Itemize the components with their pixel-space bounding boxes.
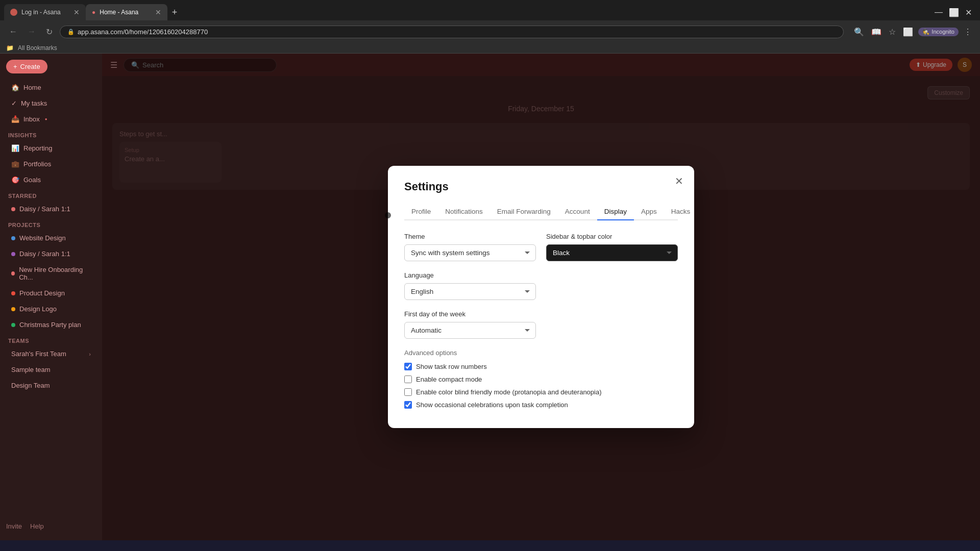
tab-notifications[interactable]: Notifications [438, 204, 490, 220]
bookmarks-bar: 📁 All Bookmarks [0, 43, 980, 54]
goals-icon: 🎯 [11, 176, 19, 184]
bookmark-button[interactable]: ☆ [887, 25, 898, 39]
sidebar-item-daisy-sarah-1-1[interactable]: Daisy / Sarah 1:1 [3, 246, 99, 261]
language-row: Language English French German Spanish [404, 271, 678, 300]
christmas-label: Christmas Party plan [19, 321, 81, 329]
language-select[interactable]: English French German Spanish [404, 283, 536, 300]
home-label: Home [23, 84, 41, 91]
invite-button[interactable]: Invite [6, 522, 22, 530]
inbox-badge: ● [45, 117, 47, 121]
sidebar-item-new-hire[interactable]: New Hire Onboarding Ch... [3, 262, 99, 285]
sample-team-label: Sample team [11, 366, 51, 373]
tab-account[interactable]: Account [558, 204, 597, 220]
checkbox-row-compact-mode: Enable compact mode [404, 375, 678, 383]
checkbox-task-row-numbers-label[interactable]: Show task row numbers [416, 363, 487, 370]
incognito-icon: 🕵️ [922, 29, 929, 35]
checkbox-compact-mode-label[interactable]: Enable compact mode [416, 375, 482, 383]
browser-chrome: Log in - Asana ✕ ● Home - Asana ✕ + — ⬜ … [0, 0, 980, 54]
first-day-group: First day of the week Automatic Sunday M… [404, 310, 536, 339]
sidebar-item-inbox[interactable]: 📥 Inbox ● [3, 112, 99, 127]
advanced-options-label: Advanced options [404, 349, 678, 357]
sidebar-item-sample-team[interactable]: Sample team [3, 362, 99, 377]
portfolios-label: Portfolios [23, 160, 51, 168]
address-bar[interactable]: 🔒 app.asana.com/0/home/1206160204288770 [60, 26, 844, 38]
new-hire-dot [11, 271, 15, 276]
tab-email-forwarding[interactable]: Email Forwarding [490, 204, 558, 220]
spacer-group [546, 271, 678, 300]
tab-display[interactable]: Display [597, 204, 634, 220]
settings-modal: Settings ✕ Profile Notifications Email F… [388, 166, 694, 428]
sidebar-item-design-logo[interactable]: Design Logo [3, 302, 99, 316]
checkbox-color-blind-mode[interactable] [404, 388, 412, 396]
first-day-select[interactable]: Automatic Sunday Monday Saturday [404, 322, 536, 339]
help-button[interactable]: Help [30, 522, 44, 530]
extensions-button[interactable]: ⋮ [962, 25, 974, 39]
reading-mode-button[interactable]: 📖 [869, 25, 884, 39]
reload-button[interactable]: ↻ [43, 25, 56, 39]
new-hire-label: New Hire Onboarding Ch... [19, 266, 91, 281]
checkbox-row-celebrations: Show occasional celebrations upon task c… [404, 401, 678, 409]
browser-tab-1[interactable]: Log in - Asana ✕ [4, 4, 86, 20]
sidebar-item-product-design[interactable]: Product Design [3, 286, 99, 300]
sidebar: + Create 🏠 Home ✓ My tasks 📥 Inbox ● Ins… [0, 54, 102, 540]
tab-apps[interactable]: Apps [634, 204, 664, 220]
product-design-label: Product Design [19, 289, 65, 297]
sidebar-item-home[interactable]: 🏠 Home [3, 80, 99, 95]
main-content: ☰ 🔍 Search ⬆ Upgrade S Customize Friday,… [102, 54, 980, 540]
sidebar-item-portfolios[interactable]: 💼 Portfolios [3, 157, 99, 171]
checkbox-celebrations[interactable] [404, 401, 412, 409]
tab-hacks[interactable]: Hacks [664, 204, 698, 220]
sidebar-item-design-team[interactable]: Design Team [3, 378, 99, 393]
tab-close-2[interactable]: ✕ [155, 8, 161, 16]
checkbox-task-row-numbers[interactable] [404, 363, 412, 370]
first-day-label: First day of the week [404, 310, 536, 318]
sidebar-item-sarahs-team[interactable]: Sarah's First Team › [3, 346, 99, 361]
checkbox-compact-mode[interactable] [404, 375, 412, 383]
sidebar-item-my-tasks[interactable]: ✓ My tasks [3, 96, 99, 111]
sidebar-item-website-design[interactable]: Website Design [3, 231, 99, 245]
incognito-label: Incognito [932, 29, 954, 35]
theme-select[interactable]: Sync with system settings Light Dark [404, 244, 536, 261]
tab-close-1[interactable]: ✕ [74, 8, 80, 16]
minimize-button[interactable]: — [935, 8, 943, 17]
language-group: Language English French German Spanish [404, 271, 536, 300]
browser-toolbar: ← → ↻ 🔒 app.asana.com/0/home/12061602042… [0, 20, 980, 43]
starred-item-label: Daisy / Sarah 1:1 [19, 205, 70, 213]
sidebar-item-daisy-sarah[interactable]: Daisy / Sarah 1:1 [3, 202, 99, 216]
create-button[interactable]: + Create [6, 60, 47, 73]
home-icon: 🏠 [11, 84, 19, 91]
forward-button[interactable]: → [24, 25, 39, 38]
search-toolbar-button[interactable]: 🔍 [852, 25, 866, 39]
website-design-label: Website Design [19, 234, 66, 242]
reporting-label: Reporting [23, 144, 52, 152]
sidebar-color-select[interactable]: Black White Asana [546, 244, 678, 261]
checkbox-celebrations-label[interactable]: Show occasional celebrations upon task c… [416, 401, 568, 409]
tab-profile[interactable]: Profile [404, 204, 438, 220]
create-icon: + [13, 63, 17, 70]
close-window-button[interactable]: ✕ [965, 8, 972, 17]
tasks-icon: ✓ [11, 99, 17, 107]
theme-label: Theme [404, 233, 536, 240]
starred-dot [11, 207, 15, 211]
sidebar-item-goals[interactable]: 🎯 Goals [3, 172, 99, 187]
new-tab-button[interactable]: + [167, 5, 182, 19]
sidebar-item-reporting[interactable]: 📊 Reporting [3, 141, 99, 156]
goals-label: Goals [23, 176, 41, 184]
back-button[interactable]: ← [6, 25, 20, 38]
bookmarks-label: All Bookmarks [18, 44, 57, 52]
modal-close-button[interactable]: ✕ [672, 174, 686, 188]
teams-section-label: Teams [0, 333, 102, 346]
website-design-dot [11, 236, 15, 240]
advanced-options-section: Advanced options Show task row numbers E… [404, 349, 678, 409]
modal-overlay: Settings ✕ Profile Notifications Email F… [102, 54, 980, 540]
inbox-label: Inbox [23, 115, 40, 123]
tab-favicon-1 [10, 9, 17, 16]
checkbox-color-blind-label[interactable]: Enable color blind friendly mode (protan… [416, 388, 602, 396]
sidebar-item-christmas[interactable]: Christmas Party plan [3, 317, 99, 332]
browser-tab-2[interactable]: ● Home - Asana ✕ [86, 4, 167, 20]
daisy-sarah-label: Daisy / Sarah 1:1 [19, 250, 70, 258]
maximize-button[interactable]: ⬜ [949, 8, 959, 17]
split-view-button[interactable]: ⬜ [901, 25, 915, 39]
daisy-sarah-dot [11, 252, 15, 256]
insights-section-label: Insights [0, 127, 102, 140]
